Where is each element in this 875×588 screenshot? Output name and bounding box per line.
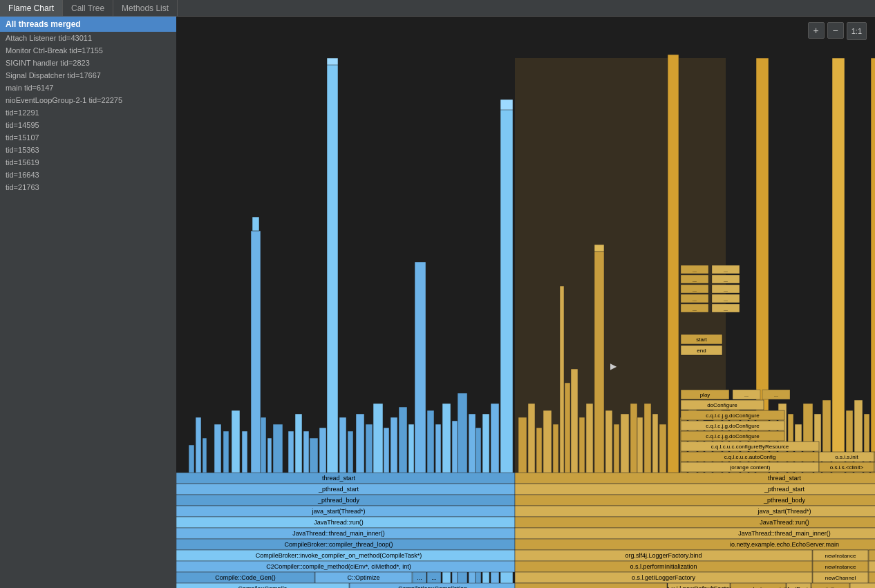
zoom-reset-label[interactable]: 1:1 [847,22,867,40]
svg-text:start: start [696,336,707,343]
svg-text:c.q.l.c.j.g.doConfigure: c.q.l.c.j.g.doConfigure [706,433,760,439]
svg-text:c.q.l.c.j.g.doConfigure: c.q.l.c.j.g.doConfigure [706,412,760,419]
svg-text:...: ... [744,392,749,397]
svg-rect-154 [515,495,875,506]
svg-rect-158 [515,517,875,528]
sidebar-item-nio[interactable]: nioEventLoopGroup-2-1 tid=22275 [0,94,176,106]
svg-text:JavaThread::thread_main_inner(: JavaThread::thread_main_inner() [292,530,385,537]
sidebar-item-tid15619[interactable]: tid=15619 [0,156,176,169]
tab-methods-list[interactable]: Methods List [113,0,178,16]
sidebar-item-tid14595[interactable]: tid=14595 [0,119,176,131]
svg-text:thread_start: thread_start [768,475,802,482]
svg-rect-188 [869,572,875,583]
sidebar-item-tid21763[interactable]: tid=21763 [0,181,176,193]
svg-text:...: ... [431,574,437,581]
tab-flame-chart[interactable]: Flame Chart [0,0,63,16]
flame-toolbar: + − 1:1 [808,22,867,40]
svg-rect-40 [500,99,513,110]
svg-text:JavaThread::run(): JavaThread::run() [760,519,809,526]
svg-text:doConfigure: doConfigure [707,402,737,408]
svg-text:org.slf4j.LoggerFactory.bind: org.slf4j.LoggerFactory.bind [625,552,702,559]
sidebar-item-sigint[interactable]: SIGINT handler tid=2823 [0,57,176,69]
sidebar-item-monitor-ctrl-break[interactable]: Monitor Ctrl-Break tid=17155 [0,44,176,57]
svg-text:...: ... [693,297,697,302]
svg-text:newChannel: newChannel [825,575,856,581]
svg-text:Compile::Code_Gen(): Compile::Code_Gen() [215,574,276,581]
svg-text:c.q.l.c.u.c.autoConfig: c.q.l.c.u.c.autoConfig [724,454,776,460]
svg-text:Compile::Compile: Compile::Compile [238,585,287,588]
svg-text:...: ... [724,268,728,273]
svg-text:o.s.i.s.init: o.s.i.s.init [835,454,858,460]
svg-text:play: play [700,392,711,398]
svg-text:o.s.l.performInitialization: o.s.l.performInitialization [630,563,697,570]
svg-text:newInstance: newInstance [825,553,856,559]
svg-text:...: ... [693,278,697,283]
svg-text:C2Compiler::compile_method(ciE: C2Compiler::compile_method(ciEnv*, ciMet… [266,563,411,570]
svg-text:_pthread_body: _pthread_body [317,497,360,504]
main-layout: All threads merged Attach Listener tid=4… [0,17,875,588]
svg-text:...: ... [693,307,697,312]
svg-text:io.netty.example.echo.EchoServ: io.netty.example.echo.EchoServer.main [730,541,839,548]
svg-text:JavaThread::thread_main_inner(: JavaThread::thread_main_inner() [738,530,831,537]
sidebar-item-tid12291[interactable]: tid=12291 [0,106,176,119]
sidebar-item-signal-dispatcher[interactable]: Signal Dispatcher tid=17667 [0,69,176,82]
svg-text:...: ... [724,278,728,283]
svg-text:...: ... [774,392,778,397]
svg-rect-19 [327,58,338,65]
svg-text:thread_start: thread_start [322,475,356,482]
sidebar-item-tid15363[interactable]: tid=15363 [0,144,176,156]
svg-rect-156 [515,506,875,517]
svg-text:...: ... [417,574,422,581]
svg-text:CompileBroker::compiler_thread: CompileBroker::compiler_thread_loop() [284,541,393,548]
svg-rect-152 [515,484,875,495]
svg-text:java_start(Thread*): java_start(Thread*) [757,508,811,515]
svg-text:o.s.i.s.<clinit>: o.s.i.s.<clinit> [830,464,864,471]
svg-text:_pthread_start: _pthread_start [318,486,359,493]
svg-text:end: end [697,348,706,354]
sidebar-item-attach-listener[interactable]: Attach Listener tid=43011 [0,32,176,44]
tab-call-tree[interactable]: Call Tree [63,0,113,16]
svg-text:c.q.l.c.j.g.doConfigure: c.q.l.c.j.g.doConfigure [706,423,760,429]
svg-rect-168 [869,550,875,561]
sidebar-item-tid15107[interactable]: tid=15107 [0,131,176,144]
svg-text:_pthread_body: _pthread_body [763,497,806,504]
svg-text:(orange content): (orange content) [730,464,771,471]
svg-text:i.n.u.i.l.newDefaultFactory: i.n.u.i.l.newDefaultFactory [663,585,735,588]
svg-rect-9 [252,217,259,231]
zoom-in-button[interactable]: + [808,22,825,39]
sidebar-item-main[interactable]: main tid=6147 [0,82,176,94]
svg-text:CompileBroker::invoke_compiler: CompileBroker::invoke_compiler_on_method… [256,552,422,559]
svg-rect-150 [515,473,875,484]
sidebar-header[interactable]: All threads merged [0,17,176,32]
flame-chart-svg: thread_start _pthread_start _pthread_bod… [176,17,875,588]
svg-rect-178 [869,561,875,572]
sidebar-item-tid16643[interactable]: tid=16643 [0,169,176,181]
svg-text:...: ... [724,297,728,302]
svg-text:JavaThread::run(): JavaThread::run() [314,519,364,526]
svg-text:Compilation::Compilation: Compilation::Compilation [398,585,467,588]
svg-text:...: ... [724,307,728,312]
svg-text:...: ... [724,287,728,292]
tab-bar: Flame Chart Call Tree Methods List [0,0,875,17]
svg-text:...: ... [693,287,697,292]
flame-area[interactable]: + − 1:1 [176,17,875,588]
svg-text:_pthread_start: _pthread_start [764,486,805,493]
svg-text:java_start(Thread*): java_start(Thread*) [311,508,365,515]
svg-text:C::Optimize: C::Optimize [347,574,379,581]
svg-rect-222 [515,583,667,588]
svg-text:o.s.l.getILoggerFactory: o.s.l.getILoggerFactory [632,574,696,581]
svg-text:...: ... [693,268,697,273]
svg-text:newInstance: newInstance [825,564,856,570]
svg-text:▶: ▶ [610,361,617,371]
zoom-out-button[interactable]: − [827,22,844,39]
svg-text:c.q.l.c.u.c.configureByResourc: c.q.l.c.u.c.configureByResource [711,444,789,450]
sidebar: All threads merged Attach Listener tid=4… [0,17,176,588]
